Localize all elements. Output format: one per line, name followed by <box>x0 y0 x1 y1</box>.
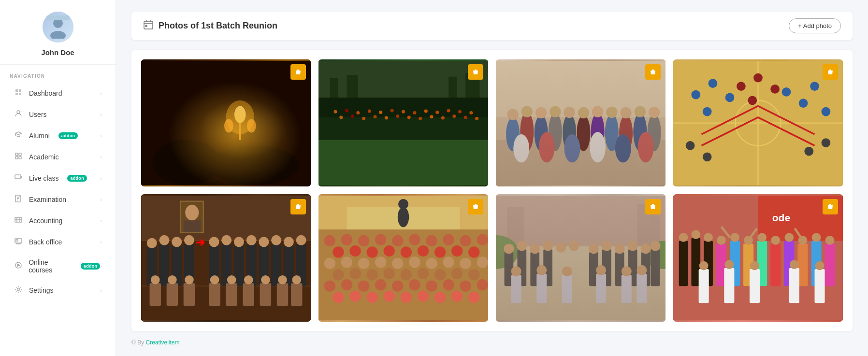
add-photo-button[interactable]: + Add photo <box>789 18 841 33</box>
photo-card[interactable] <box>496 194 665 321</box>
sidebar-item-live-class[interactable]: Live class addon › <box>4 168 112 188</box>
svg-point-205 <box>468 269 479 280</box>
svg-point-219 <box>384 291 395 302</box>
svg-rect-244 <box>651 249 660 286</box>
svg-point-26 <box>224 119 233 132</box>
sidebar-item-alumni[interactable]: Alumni addon › <box>4 126 112 146</box>
svg-point-50 <box>396 114 399 118</box>
svg-point-208 <box>358 281 369 292</box>
svg-point-159 <box>210 275 219 285</box>
svg-rect-15 <box>16 240 18 241</box>
delete-button[interactable] <box>290 64 306 80</box>
sidebar-item-label: Academic <box>29 153 58 161</box>
svg-rect-117 <box>141 196 311 241</box>
sidebar-item-back-office[interactable]: Back office › <box>4 232 112 252</box>
photo-card[interactable]: ➜ <box>141 194 311 321</box>
sidebar-item-label: Online courses <box>29 258 72 274</box>
chevron-icon: › <box>100 154 102 160</box>
svg-point-32 <box>334 110 337 114</box>
sidebar-item-examination[interactable]: Examination › <box>4 189 112 210</box>
svg-point-251 <box>504 244 514 254</box>
svg-point-263 <box>511 266 521 276</box>
svg-point-17 <box>17 288 20 291</box>
svg-point-179 <box>349 245 361 256</box>
sidebar: John Doe NAVIGATION Dashboard › Users › <box>0 0 116 356</box>
svg-point-172 <box>392 235 403 246</box>
svg-point-265 <box>562 266 572 276</box>
photo-image <box>318 59 488 186</box>
svg-rect-63 <box>496 61 665 185</box>
svg-point-171 <box>375 234 386 245</box>
svg-point-174 <box>426 235 437 246</box>
svg-rect-241 <box>615 252 624 286</box>
svg-rect-228 <box>496 196 665 320</box>
avatar-image <box>43 12 73 43</box>
svg-point-224 <box>468 292 479 303</box>
online-courses-addon-badge: addon <box>81 263 101 270</box>
svg-point-106 <box>822 107 831 116</box>
sidebar-item-users[interactable]: Users › <box>4 104 112 125</box>
sidebar-item-accounting[interactable]: Accounting › <box>4 211 112 231</box>
photo-card[interactable] <box>141 59 311 186</box>
svg-point-201 <box>401 269 412 280</box>
svg-point-74 <box>619 115 633 151</box>
svg-point-292 <box>704 233 713 242</box>
svg-point-142 <box>246 235 257 245</box>
svg-point-80 <box>590 132 606 162</box>
sidebar-item-label: Live class <box>29 174 58 182</box>
svg-point-146 <box>296 235 306 245</box>
sidebar-item-label: Settings <box>29 286 54 294</box>
svg-point-105 <box>810 82 819 91</box>
delete-button[interactable] <box>823 199 838 214</box>
nav-section-label: NAVIGATION <box>0 65 116 83</box>
delete-button[interactable] <box>290 199 306 214</box>
svg-rect-250 <box>637 274 647 303</box>
svg-rect-285 <box>699 269 709 303</box>
sidebar-item-online-courses[interactable]: Online courses addon › <box>4 253 112 279</box>
photo-card[interactable] <box>496 59 665 186</box>
svg-point-183 <box>418 245 429 256</box>
svg-point-180 <box>366 246 377 257</box>
svg-point-54 <box>441 116 445 120</box>
svg-rect-247 <box>562 275 572 303</box>
sidebar-item-settings[interactable]: Settings › <box>4 280 112 300</box>
photo-card[interactable] <box>318 59 488 186</box>
sidebar-item-label: Accounting <box>29 217 62 225</box>
svg-point-234 <box>643 241 665 270</box>
svg-point-112 <box>703 152 712 161</box>
sidebar-item-dashboard[interactable]: Dashboard › <box>4 83 112 103</box>
svg-point-211 <box>409 279 420 290</box>
delete-button[interactable] <box>468 199 483 214</box>
svg-point-43 <box>458 110 462 114</box>
svg-point-110 <box>748 96 757 105</box>
delete-button[interactable] <box>823 64 838 80</box>
svg-point-187 <box>324 258 335 269</box>
sidebar-item-academic[interactable]: Academic › <box>4 147 112 167</box>
live-class-icon <box>14 173 23 183</box>
svg-point-114 <box>822 138 831 147</box>
svg-point-200 <box>384 268 395 279</box>
svg-point-195 <box>460 258 471 269</box>
svg-point-36 <box>379 111 382 114</box>
delete-button[interactable] <box>645 64 661 80</box>
svg-point-184 <box>434 246 446 257</box>
photo-card[interactable] <box>318 194 488 321</box>
svg-point-204 <box>451 268 463 279</box>
settings-icon <box>14 285 23 295</box>
svg-point-233 <box>496 235 519 269</box>
chevron-icon: › <box>100 239 102 245</box>
svg-point-267 <box>622 266 632 276</box>
back-office-icon <box>14 237 23 247</box>
delete-button[interactable] <box>645 199 661 214</box>
svg-point-298 <box>784 233 794 242</box>
svg-point-186 <box>468 246 479 257</box>
svg-point-194 <box>443 257 454 268</box>
delete-button[interactable] <box>468 64 483 80</box>
svg-point-213 <box>443 279 454 290</box>
svg-point-203 <box>434 269 446 280</box>
svg-point-88 <box>578 107 589 118</box>
photo-card[interactable]: ode <box>673 194 843 321</box>
photo-card[interactable] <box>673 59 843 186</box>
footer-link[interactable]: Creativeiitem <box>146 339 180 346</box>
svg-point-86 <box>550 106 561 117</box>
